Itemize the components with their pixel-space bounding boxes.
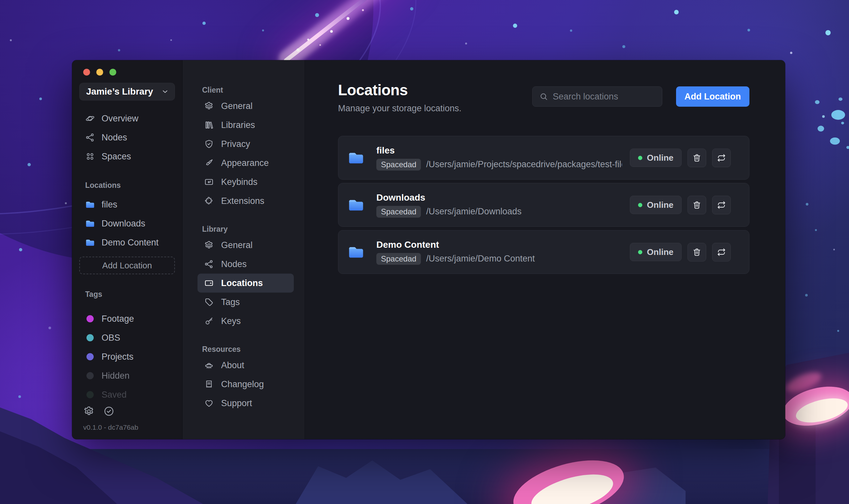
sidebar-item-spaces[interactable]: Spaces xyxy=(79,147,175,166)
key-icon xyxy=(204,316,214,326)
star xyxy=(362,9,364,11)
library-selector[interactable]: Jamie’s Library xyxy=(79,83,175,101)
location-path: /Users/jamie/Downloads xyxy=(426,206,521,217)
star xyxy=(347,17,349,20)
check-circle-icon[interactable] xyxy=(103,406,115,417)
settings-nav-item-privacy[interactable]: Privacy xyxy=(197,134,294,154)
tag-color-dot xyxy=(86,334,94,341)
sidebar-item-nodes[interactable]: Nodes xyxy=(79,128,175,147)
star xyxy=(790,52,792,54)
settings-nav-item-changelog[interactable]: Changelog xyxy=(197,375,294,394)
books-icon xyxy=(204,120,214,130)
star xyxy=(674,10,679,14)
location-card-demo-content[interactable]: Demo Content Spacedad /Users/jamie/Demo … xyxy=(338,230,749,274)
star xyxy=(815,100,819,104)
settings-nav-item-locations[interactable]: Locations xyxy=(197,274,294,292)
folder-icon xyxy=(348,196,365,213)
sidebar-tag-obs[interactable]: OBS xyxy=(79,328,175,347)
star xyxy=(319,44,321,46)
settings-nav-item-tags[interactable]: Tags xyxy=(197,292,294,311)
settings-nav-item-extensions[interactable]: Extensions xyxy=(197,192,294,211)
star xyxy=(262,30,264,32)
settings-nav-item-keys[interactable]: Keys xyxy=(197,311,294,330)
sidebar-tag-footage[interactable]: Footage xyxy=(79,309,175,328)
sidebar-tag-saved[interactable]: Saved xyxy=(79,385,175,404)
settings-nav-item-support[interactable]: Support xyxy=(197,394,294,413)
sidebar-footer: v0.1.0 - dc7a76ab xyxy=(83,406,138,431)
settings-nav-item-client-general[interactable]: General xyxy=(197,96,294,115)
settings-nav-item-libraries[interactable]: Libraries xyxy=(197,115,294,134)
settings-nav-item-library-general[interactable]: General xyxy=(197,236,294,255)
nav-item-label: Libraries xyxy=(221,120,255,130)
close-button[interactable] xyxy=(83,69,90,76)
online-dot xyxy=(638,250,642,254)
location-path: /Users/jamie/Projects/spacedrive/package… xyxy=(426,159,622,169)
page-subtitle: Manage your storage locations. xyxy=(338,104,462,113)
sidebar-location-demo-content[interactable]: Demo Content xyxy=(79,233,175,252)
sidebar-location-files[interactable]: files xyxy=(79,195,175,214)
nav-item-label: Privacy xyxy=(221,139,250,149)
rescan-location-button[interactable] xyxy=(712,196,731,214)
star xyxy=(10,39,12,41)
online-dot xyxy=(638,203,642,207)
star xyxy=(747,29,750,32)
sidebar-tag-projects[interactable]: Projects xyxy=(79,347,175,366)
tag-color-dot xyxy=(86,353,94,360)
star xyxy=(18,395,21,398)
settings-nav-item-about[interactable]: About xyxy=(197,356,294,375)
repeat-icon xyxy=(717,248,726,257)
minimize-button[interactable] xyxy=(96,69,103,76)
location-card-downloads[interactable]: Downloads Spacedad /Users/jamie/Download… xyxy=(338,183,749,227)
folder-icon xyxy=(348,149,365,166)
settings-section-resources: Resources xyxy=(202,345,294,354)
settings-nav-item-library-nodes[interactable]: Nodes xyxy=(197,255,294,274)
tag-label: Hidden xyxy=(102,371,130,381)
nav-item-label: General xyxy=(221,240,253,250)
star xyxy=(805,294,808,296)
star xyxy=(513,23,517,28)
locations-page: Locations Manage your storage locations.… xyxy=(305,60,785,439)
share-network-icon xyxy=(204,259,214,269)
star xyxy=(822,115,825,118)
star xyxy=(831,110,845,120)
sidebar-add-location-button[interactable]: Add Location xyxy=(79,256,175,274)
star xyxy=(118,49,120,51)
nav-item-label: Keybinds xyxy=(221,177,257,187)
star xyxy=(815,229,817,231)
location-path: /Users/jamie/Demo Content xyxy=(426,254,535,264)
gear-icon[interactable] xyxy=(83,406,95,417)
location-card-files[interactable]: files Spacedad /Users/jamie/Projects/spa… xyxy=(338,136,749,180)
search-locations-box xyxy=(532,86,662,107)
delete-location-button[interactable] xyxy=(688,243,706,262)
trash-icon xyxy=(692,200,701,210)
search-input[interactable] xyxy=(553,92,655,102)
sidebar-nav: Overview Nodes Spaces xyxy=(72,109,182,166)
gear-icon xyxy=(204,240,214,250)
page-header: Locations Manage your storage locations.… xyxy=(338,81,749,113)
location-name: files xyxy=(376,145,622,156)
add-location-button[interactable]: Add Location xyxy=(676,86,749,107)
star xyxy=(65,202,67,204)
sidebar-tag-hidden[interactable]: Hidden xyxy=(79,366,175,385)
sidebar-item-overview[interactable]: Overview xyxy=(79,109,175,128)
settings-nav-item-keybinds[interactable]: Keybinds xyxy=(197,173,294,192)
status-label: Online xyxy=(647,153,673,163)
sidebar-location-downloads[interactable]: Downloads xyxy=(79,214,175,233)
delete-location-button[interactable] xyxy=(688,148,706,167)
zoom-button[interactable] xyxy=(109,69,116,76)
node-badge: Spacedad xyxy=(376,206,421,218)
rescan-location-button[interactable] xyxy=(712,148,731,167)
star xyxy=(49,327,51,329)
rescan-location-button[interactable] xyxy=(712,243,731,262)
app-version: v0.1.0 - dc7a76ab xyxy=(83,424,138,431)
star xyxy=(19,248,22,251)
star xyxy=(806,203,808,205)
nav-item-label: Locations xyxy=(221,278,263,288)
star xyxy=(465,42,467,44)
settings-nav-item-appearance[interactable]: Appearance xyxy=(197,154,294,173)
delete-location-button[interactable] xyxy=(688,196,706,214)
star xyxy=(830,138,840,145)
settings-section-client: Client xyxy=(202,86,294,94)
node-badge: Spacedad xyxy=(376,159,421,170)
star xyxy=(833,249,835,250)
